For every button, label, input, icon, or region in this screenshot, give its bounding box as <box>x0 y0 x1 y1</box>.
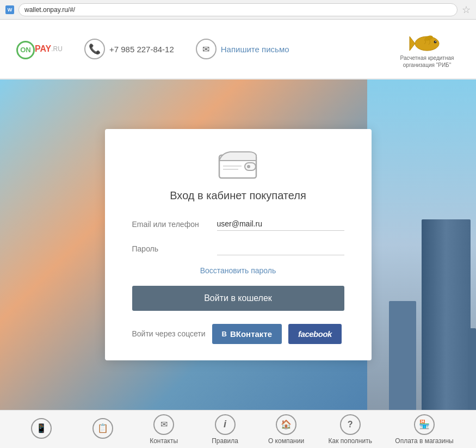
facebook-login-button[interactable]: facebook <box>288 324 342 344</box>
footer-shops-label: Оплата в магазины <box>395 437 453 445</box>
bank-name: Расчетная кредитная организация "РИБ" <box>394 54 460 69</box>
svg-point-3 <box>434 40 437 43</box>
footer-item-rules[interactable]: i Правила <box>206 414 244 445</box>
vk-icon: В <box>222 330 227 338</box>
browser-favicon: W <box>5 5 14 14</box>
footer-item-docs[interactable]: 📋 <box>84 418 122 441</box>
rules-icon: i <box>215 414 236 435</box>
logo-pay: PAY <box>35 44 51 54</box>
footer-item-topup[interactable]: ? Как пополнить <box>328 414 372 445</box>
social-login-section: Войти через соцсети В ВКонтакте facebook <box>132 324 344 344</box>
email-contact[interactable]: ✉ Напишите письмо <box>196 39 289 59</box>
url-text: wallet.onpay.ru/#/ <box>24 6 75 14</box>
bookmark-icon[interactable]: ☆ <box>462 4 471 16</box>
vk-button-label: ВКонтакте <box>230 329 272 339</box>
docs-icon: 📋 <box>92 418 113 439</box>
vk-login-button[interactable]: В ВКонтакте <box>212 324 282 344</box>
social-label: Войти через соцсети <box>132 329 206 339</box>
site-header: ON PAY .RU 📞 +7 985 227-84-12 ✉ Напишите… <box>0 20 476 79</box>
about-icon: 🏠 <box>276 414 296 435</box>
svg-marker-1 <box>410 36 415 51</box>
browser-bar: W wallet.onpay.ru/#/ ☆ <box>0 0 476 20</box>
footer-rules-label: Правила <box>212 437 238 445</box>
footer-item-about[interactable]: 🏠 О компании <box>267 414 305 445</box>
footer-item-shops[interactable]: 🏪 Оплата в магазины <box>395 414 453 445</box>
wallet-icon <box>217 145 260 181</box>
topup-icon: ? <box>340 414 361 435</box>
password-input[interactable] <box>217 242 344 255</box>
footer-item-contacts[interactable]: ✉ Контакты <box>145 414 183 445</box>
email-icon: ✉ <box>196 39 217 59</box>
browser-url-bar[interactable]: wallet.onpay.ru/#/ <box>18 3 458 16</box>
login-title: Вход в кабинет покупателя <box>132 189 344 202</box>
login-button[interactable]: Войти в кошелек <box>132 286 344 311</box>
shops-icon: 🏪 <box>414 414 435 435</box>
footer-about-label: О компании <box>268 437 304 445</box>
main-content: Вход в кабинет покупателя Email или теле… <box>0 79 476 410</box>
phone-contact[interactable]: 📞 +7 985 227-84-12 <box>84 39 174 59</box>
email-label: Напишите письмо <box>221 45 289 54</box>
footer-topup-label: Как пополнить <box>328 437 372 445</box>
bank-logo-icon <box>408 30 446 54</box>
phone-icon: 📞 <box>84 39 105 59</box>
footer-contacts-label: Контакты <box>150 437 178 445</box>
wallet-icon-wrapper <box>132 145 344 181</box>
logo-ru: .RU <box>51 45 63 53</box>
email-input[interactable] <box>217 217 344 231</box>
contacts-icon: ✉ <box>153 414 174 435</box>
svg-point-7 <box>247 165 250 168</box>
bank-info: Расчетная кредитная организация "РИБ" <box>394 30 460 69</box>
email-label: Email или телефон <box>132 220 208 229</box>
city-background <box>367 79 476 410</box>
forgot-password-link[interactable]: Восстановить пароль <box>132 266 344 275</box>
svg-point-4 <box>435 41 436 42</box>
phone-number: +7 985 227-84-12 <box>109 45 174 54</box>
forgot-password-anchor[interactable]: Восстановить пароль <box>200 266 276 275</box>
logo[interactable]: ON PAY .RU <box>16 39 63 59</box>
password-form-group: Пароль <box>132 242 344 255</box>
login-card: Вход в кабинет покупателя Email или теле… <box>105 129 372 360</box>
footer-item-mobile[interactable]: 📱 <box>22 418 60 441</box>
email-form-group: Email или телефон <box>132 217 344 231</box>
mobile-icon: 📱 <box>31 418 52 439</box>
site-footer: 📱 📋 ✉ Контакты i Правила 🏠 О компании ? … <box>0 410 476 448</box>
password-label: Пароль <box>132 244 208 253</box>
